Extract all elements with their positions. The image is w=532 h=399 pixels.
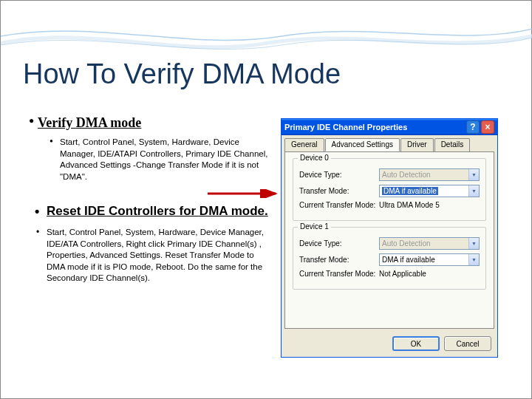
help-button[interactable]: ?: [466, 120, 480, 134]
device0-mode-value: DMA if available: [382, 187, 438, 195]
group-device1: Device 1 Device Type: Auto Detection ▼ T…: [293, 227, 486, 290]
slide: How To Verify DMA Mode Verify DMA mode S…: [0, 0, 532, 399]
device1-current-label: Current Transfer Mode:: [299, 270, 379, 278]
titlebar-buttons: ? ×: [466, 120, 494, 134]
chevron-down-icon: ▼: [468, 169, 479, 180]
device1-current-value: Not Applicable: [379, 270, 426, 278]
tab-details[interactable]: Details: [434, 138, 471, 151]
slide-title: How To Verify DMA Mode: [23, 58, 341, 90]
dialog-button-bar: OK Cancel: [282, 332, 497, 357]
tab-advanced-settings[interactable]: Advanced Settings: [325, 138, 400, 151]
ok-button[interactable]: OK: [392, 336, 440, 351]
group-device0: Device 0 Device Type: Auto Detection ▼ T…: [293, 158, 486, 221]
device0-mode-dropdown[interactable]: DMA if available ▼: [379, 185, 480, 197]
device0-mode-label: Transfer Mode:: [299, 187, 379, 195]
dialog-title: Primary IDE Channel Properties: [284, 123, 407, 132]
chevron-down-icon[interactable]: ▼: [468, 254, 479, 265]
device0-type-dropdown: Auto Detection ▼: [379, 168, 480, 181]
device1-mode-dropdown[interactable]: DMA if available ▼: [379, 253, 480, 266]
section1-heading: Verify DMA mode: [38, 115, 273, 131]
content-column: Verify DMA mode Start, Control Panel, Sy…: [29, 115, 273, 284]
device1-mode-value: DMA if available: [382, 256, 435, 264]
tab-driver[interactable]: Driver: [400, 138, 434, 151]
dialog-titlebar[interactable]: Primary IDE Channel Properties ? ×: [282, 119, 497, 135]
section1-body: Start, Control Panel, System, Hardware, …: [60, 137, 273, 183]
cancel-button[interactable]: Cancel: [444, 336, 491, 351]
device0-current-value: Ultra DMA Mode 5: [379, 201, 440, 209]
arrow-annotation: [208, 189, 282, 198]
chevron-down-icon: ▼: [468, 238, 479, 249]
properties-dialog: Primary IDE Channel Properties ? × Gener…: [281, 118, 498, 358]
section2-body: Start, Control Panel, System, Hardware, …: [47, 227, 273, 284]
group-device1-label: Device 1: [298, 222, 331, 231]
group-device0-label: Device 0: [298, 154, 331, 162]
close-button[interactable]: ×: [481, 120, 494, 134]
device0-type-label: Device Type:: [299, 171, 379, 179]
device1-type-label: Device Type:: [299, 239, 379, 248]
tab-strip: General Advanced Settings Driver Details: [282, 135, 497, 151]
device1-type-value: Auto Detection: [382, 239, 431, 248]
device1-type-dropdown: Auto Detection ▼: [379, 237, 480, 250]
chevron-down-icon[interactable]: ▼: [468, 185, 479, 197]
device1-mode-label: Transfer Mode:: [299, 256, 379, 264]
device0-type-value: Auto Detection: [382, 171, 431, 179]
section2-heading: Reset IDE Controllers for DMA mode.: [47, 203, 273, 219]
tab-general[interactable]: General: [284, 138, 324, 151]
tab-panel: Device 0 Device Type: Auto Detection ▼ T…: [284, 151, 494, 329]
background-wave: [1, 1, 532, 67]
device0-current-label: Current Transfer Mode:: [299, 201, 379, 209]
